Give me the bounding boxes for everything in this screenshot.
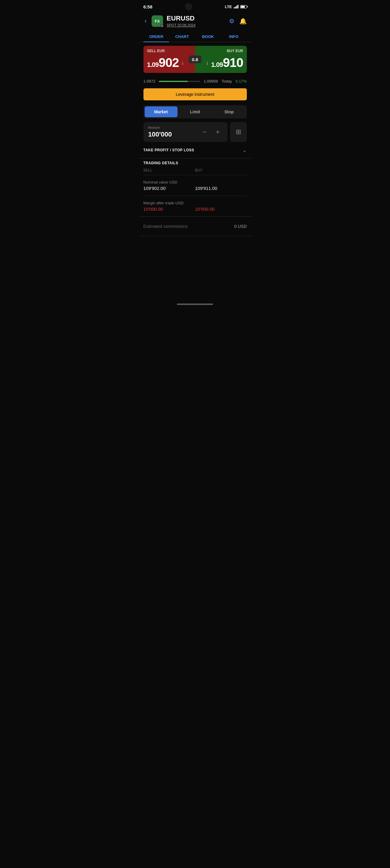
buy-panel[interactable]: BUY EUR ↓ 1.09910	[195, 46, 247, 73]
amount-left: Amount 100'000	[148, 126, 172, 138]
leverage-banner[interactable]: Leverage instrument	[144, 88, 247, 100]
range-fill	[159, 81, 188, 82]
order-tab-market[interactable]: Market	[145, 106, 178, 117]
buy-arrow-icon: ↓	[206, 60, 209, 66]
tab-chart[interactable]: CHART	[169, 31, 195, 42]
header-icons: ⚙ 🔔	[229, 18, 247, 25]
sell-label: SELL EUR	[147, 49, 192, 53]
header-title-block: EURUSD SPOT 20.08.2024	[167, 14, 226, 28]
bell-icon[interactable]: 🔔	[239, 18, 247, 25]
divider-3	[144, 195, 247, 196]
nominal-value-row: Nominal value USD 109'902.00 109'911.00	[144, 178, 247, 193]
tab-info[interactable]: INFO	[221, 31, 247, 42]
trading-cols-header: SELL BUY	[144, 168, 247, 173]
trading-buy-header: BUY	[195, 168, 247, 173]
amount-section: Amount 100'000 − + ⊞	[144, 122, 247, 142]
status-right: LTE	[225, 4, 247, 9]
commissions-row: Estimated commissions 0 USD	[139, 219, 252, 234]
order-type-tabs: Market Limit Stop	[144, 105, 247, 119]
nominal-value-label: Nominal value USD	[144, 180, 247, 184]
fx-logo: FX	[152, 16, 163, 27]
divider-4	[139, 216, 252, 217]
battery-icon	[240, 5, 247, 8]
margin-values: 10'000.00 10'000.00	[144, 207, 247, 212]
range-track	[159, 81, 200, 82]
bottom-nav	[139, 299, 252, 309]
network-label: LTE	[225, 4, 232, 9]
instrument-title: EURUSD	[167, 14, 226, 22]
spread-badge: 0.8	[189, 56, 201, 63]
price-panel: SELL EUR 1.09902 ↓ 0.8 BUY EUR ↓ 1.09910	[144, 46, 247, 73]
commissions-label: Estimated commissions	[144, 224, 188, 229]
amount-label: Amount	[148, 126, 172, 129]
order-tab-stop[interactable]: Stop	[213, 106, 246, 117]
back-button[interactable]: ‹	[144, 16, 148, 26]
order-tab-limit[interactable]: Limit	[179, 106, 212, 117]
trading-details-title: TRADING DETAILS	[144, 161, 247, 165]
divider-2	[144, 175, 247, 175]
status-bar: 6:58 LTE	[139, 0, 252, 12]
buy-price-display: ↓ 1.09910	[206, 56, 243, 70]
range-today-label: Today	[221, 79, 232, 84]
commissions-value: 0 USD	[234, 224, 246, 229]
range-today-change: 0.17%	[236, 79, 247, 84]
amount-controls: − +	[200, 127, 223, 137]
amount-input-container: Amount 100'000 − +	[144, 122, 228, 142]
signal-bars-icon	[234, 5, 238, 8]
margin-sell-value: 10'000.00	[144, 207, 195, 212]
home-indicator	[177, 304, 213, 305]
sell-panel[interactable]: SELL EUR 1.09902 ↓	[144, 46, 195, 73]
nominal-value-values: 109'902.00 109'911.00	[144, 186, 247, 191]
amount-value[interactable]: 100'000	[148, 130, 172, 138]
margin-buy-value: 10'000.00	[195, 207, 247, 212]
status-center-dot	[185, 3, 192, 10]
status-time: 6:58	[144, 4, 152, 9]
margin-row: Margin after trade USD 10'000.00 10'000.…	[144, 198, 247, 214]
tab-book[interactable]: BOOK	[195, 31, 221, 42]
margin-label: Margin after trade USD	[144, 201, 247, 205]
nominal-buy-value: 109'911.00	[195, 186, 247, 191]
chevron-down-icon: ⌄	[242, 147, 247, 153]
range-high: 1.09908	[204, 79, 218, 84]
header: ‹ FX EURUSD SPOT 20.08.2024 ⚙ 🔔	[139, 12, 252, 31]
spacer	[139, 239, 252, 299]
divider-5	[139, 236, 252, 236]
nominal-sell-value: 109'902.00	[144, 186, 195, 191]
buy-label: BUY EUR	[227, 49, 243, 53]
trading-sell-header: SELL	[144, 168, 195, 173]
take-profit-title: TAKE PROFIT / STOP LOSS	[144, 148, 194, 152]
sell-arrow-icon: ↓	[181, 60, 184, 66]
decrement-button[interactable]: −	[200, 127, 209, 137]
settings-icon[interactable]: ⚙	[229, 18, 235, 25]
increment-button[interactable]: +	[213, 127, 223, 137]
range-bar: 1.0972 1.09908 Today 0.17%	[139, 76, 252, 86]
take-profit-section[interactable]: TAKE PROFIT / STOP LOSS ⌄	[139, 142, 252, 156]
trading-details: TRADING DETAILS SELL BUY Nominal value U…	[139, 161, 252, 214]
main-tabs: ORDER CHART BOOK INFO	[139, 31, 252, 42]
sell-price: 1.09902	[147, 56, 179, 70]
calculator-button[interactable]: ⊞	[230, 122, 247, 142]
instrument-subtitle: SPOT 20.08.2024	[167, 23, 196, 27]
tab-order[interactable]: ORDER	[144, 31, 169, 42]
range-low: 1.0972	[144, 79, 155, 84]
buy-price: 1.09910	[211, 56, 243, 70]
sell-price-display: 1.09902 ↓	[147, 56, 192, 70]
